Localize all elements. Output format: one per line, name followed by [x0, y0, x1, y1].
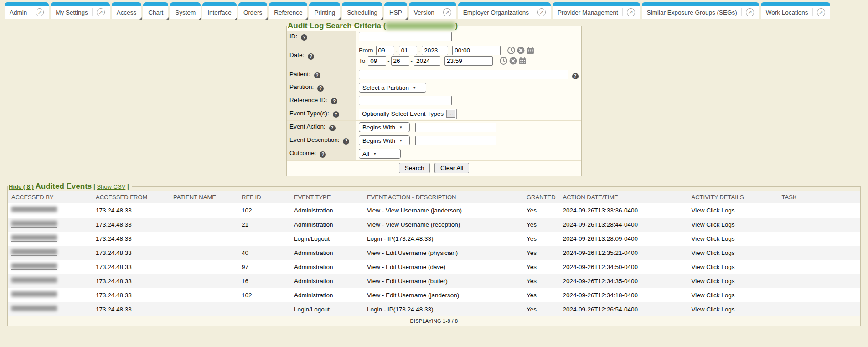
view-click-logs-link[interactable]: View Click Logs: [688, 246, 778, 260]
clear-date-icon[interactable]: [509, 57, 517, 65]
cell-accessed-by: [8, 218, 92, 232]
column-header[interactable]: EVENT ACTION - DESCRIPTION: [363, 191, 523, 203]
column-header[interactable]: ACCESSED BY: [8, 191, 92, 203]
date-from-year-input[interactable]: [422, 46, 448, 55]
date-to-day-input[interactable]: [391, 56, 409, 66]
cell-granted: Yes: [523, 203, 559, 218]
cell-task: [778, 288, 860, 302]
open-new-window-icon[interactable]: ↗: [97, 8, 105, 16]
cell-action-datetime: 2024-09-26T12:35:21-0400: [559, 246, 688, 260]
clear-date-icon[interactable]: [517, 47, 525, 54]
tab-accent-bar: [642, 2, 759, 6]
clock-icon[interactable]: [500, 57, 507, 65]
help-icon[interactable]: ?: [572, 73, 579, 79]
nav-tab[interactable]: Similar Exposure Groups (SEGs) ↗: [642, 2, 759, 19]
nav-tab[interactable]: HSP: [384, 2, 407, 19]
redacted-accessed-by-link[interactable]: [11, 249, 57, 256]
nav-tab[interactable]: Orders: [238, 2, 267, 19]
tab-accent-bar: [170, 2, 201, 6]
nav-tab[interactable]: System: [170, 2, 201, 19]
event-types-picker[interactable]: Optionally Select Event Types ...: [359, 109, 457, 119]
nav-tab[interactable]: My Settings ↗: [51, 2, 110, 19]
help-icon[interactable]: ?: [329, 125, 336, 131]
clear-all-button[interactable]: Clear All: [434, 163, 469, 173]
date-from-day-input[interactable]: [399, 46, 417, 55]
partition-select[interactable]: Select a Partition ▾: [359, 83, 426, 93]
help-icon[interactable]: ?: [308, 53, 314, 60]
cell-granted: Yes: [523, 288, 559, 302]
nav-tab[interactable]: Admin ↗: [5, 2, 49, 19]
event-action-mode-select[interactable]: Begins With ▾: [359, 122, 410, 132]
nav-tab[interactable]: Chart: [143, 2, 168, 19]
redacted-accessed-by-link[interactable]: [11, 207, 57, 213]
view-click-logs-link[interactable]: View Click Logs: [688, 288, 778, 302]
nav-tab[interactable]: Scheduling: [342, 2, 382, 19]
open-new-window-icon[interactable]: ↗: [36, 8, 44, 16]
help-icon[interactable]: ?: [333, 111, 339, 118]
view-click-logs-link[interactable]: View Click Logs: [688, 260, 778, 274]
show-csv-link[interactable]: Show CSV: [97, 183, 125, 190]
nav-tab[interactable]: Reference: [269, 2, 307, 19]
date-from-month-input[interactable]: [376, 46, 394, 55]
open-new-window-icon[interactable]: ↗: [627, 8, 635, 16]
dropdown-corner-icon: [380, 17, 383, 20]
cell-patient-name: [170, 274, 238, 288]
nav-tab[interactable]: Work Locations ↗: [761, 2, 830, 19]
id-input[interactable]: [359, 32, 452, 41]
redacted-accessed-by-link[interactable]: [11, 277, 57, 284]
nav-tab[interactable]: Provider Management ↗: [553, 2, 640, 19]
open-new-window-icon[interactable]: ↗: [746, 8, 754, 16]
time-to-input[interactable]: [444, 56, 493, 66]
view-click-logs-link[interactable]: View Click Logs: [688, 232, 778, 246]
redacted-accessed-by-link[interactable]: [11, 235, 57, 242]
tab-accent-bar: [143, 2, 168, 6]
open-new-window-icon[interactable]: ↗: [537, 8, 546, 16]
help-icon[interactable]: ?: [331, 98, 337, 104]
help-icon[interactable]: ?: [301, 34, 307, 41]
hide-results-link[interactable]: Hide ( 8 ): [9, 183, 34, 190]
patient-input[interactable]: [359, 70, 568, 79]
column-header[interactable]: GRANTED: [523, 191, 559, 203]
nav-tab[interactable]: Version ↗: [409, 2, 456, 19]
help-icon[interactable]: ?: [314, 72, 320, 78]
open-new-window-icon[interactable]: ↗: [817, 8, 825, 16]
column-header[interactable]: EVENT TYPE: [290, 191, 363, 203]
dropdown-corner-icon: [305, 17, 308, 20]
date-to-year-input[interactable]: [414, 56, 440, 66]
view-click-logs-link[interactable]: View Click Logs: [688, 218, 778, 232]
event-description-input[interactable]: [415, 136, 496, 145]
search-button[interactable]: Search: [399, 163, 430, 173]
calendar-icon[interactable]: [519, 57, 527, 65]
nav-tab[interactable]: Employer Organizations ↗: [458, 2, 551, 19]
nav-tab[interactable]: Access: [112, 2, 142, 19]
nav-tab[interactable]: Printing: [309, 2, 340, 19]
redacted-accessed-by-link[interactable]: [11, 306, 57, 312]
redacted-accessed-by-link[interactable]: [11, 291, 57, 298]
column-header[interactable]: ACTION DATE/TIME: [559, 191, 688, 203]
help-icon[interactable]: ?: [317, 85, 324, 92]
calendar-icon[interactable]: [527, 47, 534, 54]
time-from-input[interactable]: [452, 46, 501, 55]
column-header[interactable]: REF ID: [238, 191, 290, 203]
outcome-select[interactable]: All ▾: [359, 149, 401, 159]
date-label-cell: Date: ?: [287, 43, 356, 68]
date-to-month-input[interactable]: [368, 56, 386, 66]
column-header[interactable]: ACCESSED FROM: [92, 191, 170, 203]
column-header[interactable]: PATIENT NAME: [170, 191, 238, 203]
event-types-ellipsis-button[interactable]: ...: [446, 110, 455, 118]
nav-tab[interactable]: Interface: [202, 2, 237, 19]
reference-id-input[interactable]: [359, 96, 452, 105]
help-icon[interactable]: ?: [343, 138, 349, 145]
event-description-mode-select[interactable]: Begins With ▾: [359, 135, 410, 145]
help-icon[interactable]: ?: [320, 151, 326, 158]
event-action-input[interactable]: [415, 123, 496, 132]
redacted-accessed-by-link[interactable]: [11, 221, 57, 228]
view-click-logs-link[interactable]: View Click Logs: [688, 203, 778, 218]
redacted-accessed-by-link[interactable]: [11, 263, 57, 270]
view-click-logs-link[interactable]: View Click Logs: [688, 274, 778, 288]
cell-event-action-description: View - Edit Username (janderson): [363, 288, 523, 302]
clock-icon[interactable]: [507, 47, 515, 54]
view-click-logs-link[interactable]: View Click Logs: [688, 302, 778, 316]
nav-tab-label: Employer Organizations: [463, 9, 529, 16]
open-new-window-icon[interactable]: ↗: [443, 8, 451, 16]
